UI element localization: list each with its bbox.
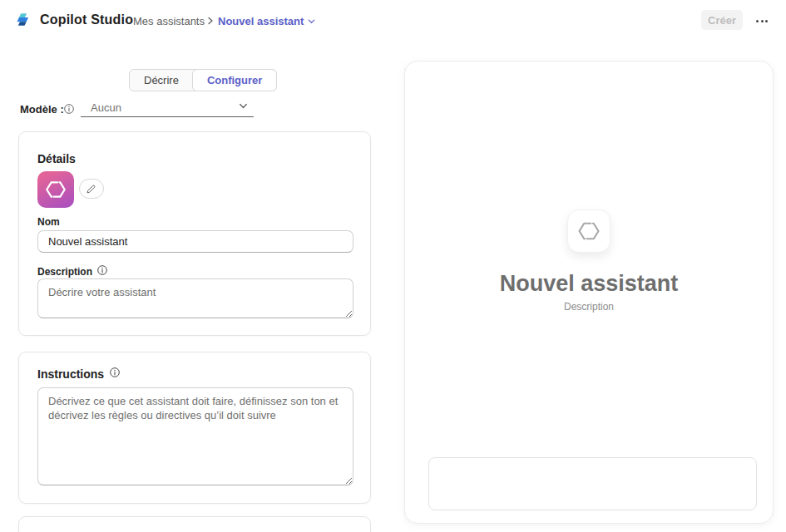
app-title: Copilot Studio: [40, 12, 133, 27]
assistant-avatar: [37, 171, 74, 208]
preview-assistant-description: Description: [405, 301, 773, 313]
info-icon[interactable]: [109, 367, 121, 381]
details-card-title: Détails: [37, 152, 76, 165]
info-icon[interactable]: [96, 264, 108, 278]
pencil-icon: [86, 183, 97, 195]
chat-input[interactable]: [428, 457, 757, 510]
description-textarea[interactable]: [37, 278, 353, 318]
create-button[interactable]: Créer: [701, 10, 743, 30]
assistant-preview-panel: Nouvel assistant Description: [404, 61, 774, 524]
breadcrumb-item-nouvel-assistant[interactable]: Nouvel assistant: [218, 15, 316, 27]
model-label: Modèle :: [20, 103, 64, 116]
preview-assistant-name: Nouvel assistant: [405, 271, 773, 297]
mode-tab-group: Décrire Configurer: [129, 69, 277, 91]
instructions-card: Instructions: [18, 352, 371, 504]
app-header: Copilot Studio Mes assistants Nouvel ass…: [0, 0, 786, 42]
copilot-studio-logo-icon: [13, 11, 33, 31]
agent-hexagon-slash-icon: [576, 219, 601, 244]
breadcrumb-item-mes-assistants[interactable]: Mes assistants: [133, 15, 205, 27]
details-card: Détails Nom Description: [18, 131, 371, 336]
next-card-partial: [18, 516, 371, 532]
breadcrumb-current-label: Nouvel assistant: [218, 15, 304, 27]
instructions-card-title: Instructions: [37, 367, 121, 381]
description-field-label: Description: [37, 264, 108, 278]
instructions-textarea[interactable]: [37, 387, 353, 485]
tab-configurer[interactable]: Configurer: [192, 69, 277, 91]
more-options-icon[interactable]: [751, 13, 773, 28]
name-input[interactable]: [37, 230, 353, 253]
info-icon[interactable]: [63, 103, 75, 118]
name-field-label: Nom: [37, 216, 60, 228]
chevron-down-icon: [307, 17, 316, 26]
edit-avatar-button[interactable]: [79, 179, 104, 199]
tab-decrire[interactable]: Décrire: [130, 70, 193, 91]
agent-hexagon-slash-icon: [44, 178, 67, 201]
chevron-down-icon: [238, 100, 249, 115]
model-dropdown-value: Aucun: [81, 101, 238, 114]
preview-avatar-tile: [567, 209, 611, 253]
chevron-right-icon: [205, 15, 215, 27]
model-dropdown[interactable]: Aucun: [81, 98, 254, 117]
